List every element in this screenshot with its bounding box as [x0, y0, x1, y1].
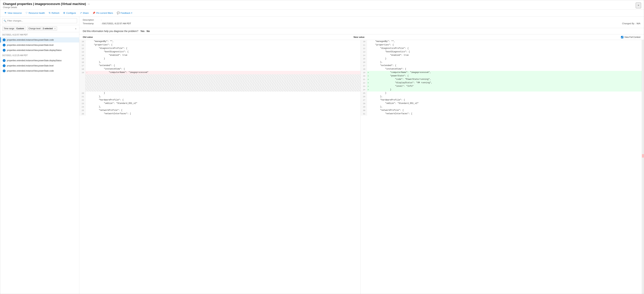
search-icon: 🔍: [4, 20, 6, 22]
timestamp-row: Timestamp : 03/17/2021, 6:22:57 AM PDT C…: [83, 22, 640, 25]
diff-line-content: }: [88, 92, 360, 95]
change-item-text: properties.extended.instanceView.powerSt…: [7, 44, 54, 46]
diff-line-number: 16: [79, 60, 86, 64]
view-resource-icon: 👁: [4, 12, 7, 14]
change-item-0-1[interactable]: iproperties.extended.instanceView.powerS…: [0, 42, 79, 48]
diff-line-marker: +: [367, 78, 370, 81]
diff-scrollbar[interactable]: [642, 40, 644, 294]
change-item-1-1[interactable]: iproperties.extended.instanceView.powerS…: [0, 63, 79, 68]
change-item-0-0[interactable]: iproperties.extended.instanceView.powerS…: [0, 37, 79, 42]
diff-line: 14 "enabled": true: [361, 54, 642, 57]
diff-line-number: 12: [361, 47, 367, 50]
share-button[interactable]: ↗ Share: [78, 11, 90, 15]
close-button[interactable]: ×: [636, 2, 641, 8]
diff-new-label: New value: [350, 36, 621, 38]
diff-line-marker: [86, 95, 88, 98]
diff-line-number: 16: [361, 60, 367, 64]
refresh-button[interactable]: ↻ Refresh: [47, 11, 61, 15]
diff-line-number: 15: [361, 57, 367, 60]
pin-icon: 📌: [92, 12, 95, 14]
diff-line-content: [88, 88, 360, 92]
diff-line-marker: [86, 109, 88, 112]
diff-line-content: }: [88, 57, 360, 60]
diff-line: [79, 88, 360, 92]
diff-line-marker: [86, 64, 88, 68]
diff-line: [79, 85, 360, 88]
change-item-text: properties.extended.instanceView.powerSt…: [7, 49, 62, 52]
diff-line-number: [79, 85, 86, 88]
diff-line-marker: [367, 68, 370, 71]
feedback-arrow-icon: ▾: [131, 12, 132, 14]
title-text: Changed properties | imageprocessvm (Vir…: [3, 2, 86, 6]
diff-line-number: 14: [79, 54, 86, 57]
view-resource-button[interactable]: 👁 View resource: [3, 11, 23, 15]
diff-line: 30 "networkProfile": {: [361, 109, 642, 112]
share-label: Share: [83, 12, 89, 14]
details-header: Description : Timestamp : 03/17/2021, 6:…: [79, 16, 644, 28]
collapse-button[interactable]: «: [74, 27, 77, 30]
diff-line: 27 "hardwareProfile": {: [361, 98, 642, 102]
diff-line: 17 "extended": {: [361, 64, 642, 68]
diff-line-number: 27: [361, 98, 367, 102]
diff-line-number: [79, 88, 86, 92]
view-resource-label: View resource: [8, 12, 22, 14]
change-item-text: properties.extended.instanceView.powerSt…: [7, 59, 62, 62]
diff-line: 10 "managedBy": "",: [361, 40, 642, 43]
view-full-context-checkbox[interactable]: [621, 36, 623, 38]
diff-line-marker: -: [86, 71, 88, 74]
info-icon: i: [3, 64, 6, 67]
diff-line-content: [88, 78, 360, 81]
change-item-1-2[interactable]: iproperties.extended.instanceView.powerS…: [0, 68, 79, 74]
diff-line-number: 31: [361, 112, 367, 116]
time-range-label: Time range :: [4, 27, 15, 30]
diff-line-marker: [367, 92, 370, 95]
diff-line-content: "extended": {: [370, 64, 642, 68]
feedback-button[interactable]: 💬 Feedback ▾: [116, 11, 134, 15]
resource-health-button[interactable]: ♡ Resource health: [24, 11, 46, 15]
changes-list: 3/17/2021, 6:22:57 AM PDTiproperties.ext…: [0, 32, 79, 294]
diff-line-content: }: [370, 92, 642, 95]
diff-line-content: "hardwareProfile": {: [88, 98, 360, 102]
change-level-tag[interactable]: Change level : 2 selected ×: [27, 26, 57, 30]
diff-line-content: "computerName": "imageprocessvm",: [370, 71, 642, 74]
change-item-0-2[interactable]: iproperties.extended.instanceView.powerS…: [0, 48, 79, 53]
diff-line-content: [88, 81, 360, 85]
diff-line-content: },: [370, 105, 642, 109]
diff-line-content: "managedBy": "",: [88, 40, 360, 43]
window-title: Changed properties | imageprocessvm (Vir…: [3, 2, 90, 6]
diff-old-label: Old value: [83, 36, 350, 38]
change-level-value: 2 selected: [43, 27, 53, 30]
diff-line-content: "vmSize": "Standard_DS1_v2": [88, 102, 360, 105]
diff-line: 28 "vmSize": "Standard_DS1_v2": [361, 102, 642, 105]
info-icon: i: [3, 70, 6, 72]
pin-current-filters-button[interactable]: 📌 Pin current filters: [91, 11, 114, 15]
configure-button[interactable]: ⚙ Configure: [62, 11, 77, 15]
time-range-tag[interactable]: Time range : Custom: [2, 26, 26, 30]
change-item-text: properties.extended.instanceView.powerSt…: [7, 64, 54, 67]
diff-line-number: 24: [361, 88, 367, 92]
diff-line-content: }: [370, 88, 642, 92]
diff-line: 24+ }: [361, 88, 642, 92]
diff-line: 12 "diagnosticsProfile": {: [361, 47, 642, 50]
feedback-yes-button[interactable]: Yes: [140, 30, 144, 32]
diff-line-number: 17: [79, 64, 86, 68]
diff-line-content: },: [88, 95, 360, 98]
diff-line: 22 "hardwareProfile": {: [79, 98, 360, 102]
diff-line: 21+ "code": "PowerState/running",: [361, 78, 642, 81]
view-full-context-label: View Full Context: [624, 36, 640, 38]
diff-line-marker: [86, 81, 88, 85]
diff-line: 21 },: [79, 95, 360, 98]
change-level-close-icon[interactable]: ×: [54, 28, 56, 30]
diff-view-full-context: View Full Context: [621, 36, 640, 38]
feedback-no-button[interactable]: No: [146, 30, 150, 32]
filter-input[interactable]: [2, 18, 77, 23]
diff-line-marker: [367, 109, 370, 112]
diff-line-marker: [367, 57, 370, 60]
change-item-1-0[interactable]: iproperties.extended.instanceView.powerS…: [0, 58, 79, 63]
diff-line: 13 "bootDiagnostics": {: [361, 50, 642, 54]
diff-line-content: "properties": {: [88, 43, 360, 47]
diff-line-marker: +: [367, 74, 370, 78]
diff-line-marker: [86, 112, 88, 116]
diff-line-marker: [367, 47, 370, 50]
ellipsis-icon[interactable]: ···: [88, 3, 90, 6]
